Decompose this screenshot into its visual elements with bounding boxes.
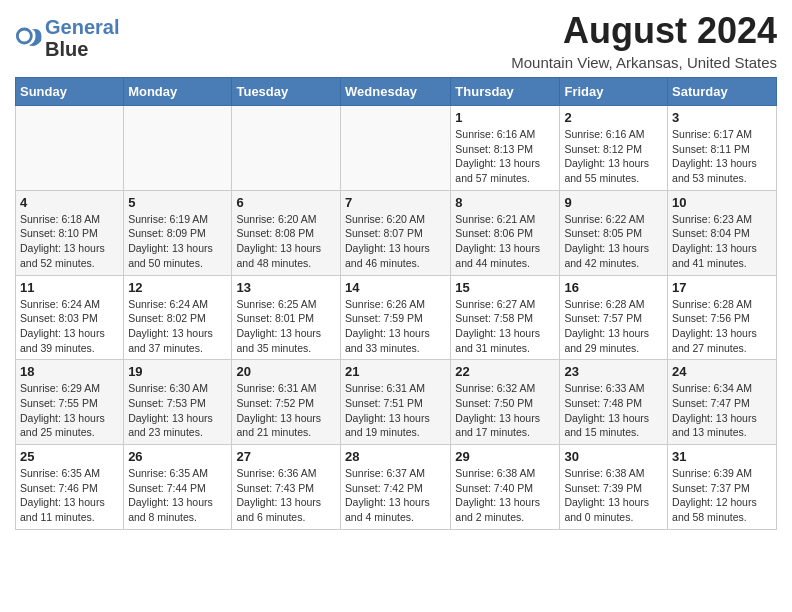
day-info: Sunrise: 6:25 AM Sunset: 8:01 PM Dayligh… xyxy=(236,297,336,356)
day-info: Sunrise: 6:35 AM Sunset: 7:46 PM Dayligh… xyxy=(20,466,119,525)
calendar-day-cell: 1Sunrise: 6:16 AM Sunset: 8:13 PM Daylig… xyxy=(451,106,560,191)
day-info: Sunrise: 6:21 AM Sunset: 8:06 PM Dayligh… xyxy=(455,212,555,271)
calendar-day-cell: 28Sunrise: 6:37 AM Sunset: 7:42 PM Dayli… xyxy=(341,445,451,530)
day-info: Sunrise: 6:32 AM Sunset: 7:50 PM Dayligh… xyxy=(455,381,555,440)
calendar-day-cell: 24Sunrise: 6:34 AM Sunset: 7:47 PM Dayli… xyxy=(668,360,777,445)
calendar-day-cell: 23Sunrise: 6:33 AM Sunset: 7:48 PM Dayli… xyxy=(560,360,668,445)
calendar-day-cell: 10Sunrise: 6:23 AM Sunset: 8:04 PM Dayli… xyxy=(668,190,777,275)
day-number: 11 xyxy=(20,280,119,295)
day-number: 27 xyxy=(236,449,336,464)
calendar-day-cell: 9Sunrise: 6:22 AM Sunset: 8:05 PM Daylig… xyxy=(560,190,668,275)
weekday-header-row: SundayMondayTuesdayWednesdayThursdayFrid… xyxy=(16,78,777,106)
day-number: 12 xyxy=(128,280,227,295)
calendar-day-cell: 22Sunrise: 6:32 AM Sunset: 7:50 PM Dayli… xyxy=(451,360,560,445)
calendar-day-cell xyxy=(341,106,451,191)
day-info: Sunrise: 6:19 AM Sunset: 8:09 PM Dayligh… xyxy=(128,212,227,271)
calendar-body: 1Sunrise: 6:16 AM Sunset: 8:13 PM Daylig… xyxy=(16,106,777,530)
logo-icon xyxy=(15,22,43,50)
day-number: 13 xyxy=(236,280,336,295)
weekday-header-cell: Friday xyxy=(560,78,668,106)
day-info: Sunrise: 6:29 AM Sunset: 7:55 PM Dayligh… xyxy=(20,381,119,440)
title-area: August 2024 Mountain View, Arkansas, Uni… xyxy=(511,10,777,71)
calendar-day-cell: 6Sunrise: 6:20 AM Sunset: 8:08 PM Daylig… xyxy=(232,190,341,275)
calendar-day-cell xyxy=(232,106,341,191)
calendar-day-cell: 30Sunrise: 6:38 AM Sunset: 7:39 PM Dayli… xyxy=(560,445,668,530)
calendar-day-cell: 12Sunrise: 6:24 AM Sunset: 8:02 PM Dayli… xyxy=(124,275,232,360)
day-number: 30 xyxy=(564,449,663,464)
calendar-day-cell: 11Sunrise: 6:24 AM Sunset: 8:03 PM Dayli… xyxy=(16,275,124,360)
day-info: Sunrise: 6:26 AM Sunset: 7:59 PM Dayligh… xyxy=(345,297,446,356)
day-info: Sunrise: 6:30 AM Sunset: 7:53 PM Dayligh… xyxy=(128,381,227,440)
day-info: Sunrise: 6:28 AM Sunset: 7:57 PM Dayligh… xyxy=(564,297,663,356)
day-number: 3 xyxy=(672,110,772,125)
day-number: 29 xyxy=(455,449,555,464)
day-info: Sunrise: 6:38 AM Sunset: 7:40 PM Dayligh… xyxy=(455,466,555,525)
calendar-day-cell: 7Sunrise: 6:20 AM Sunset: 8:07 PM Daylig… xyxy=(341,190,451,275)
logo: General Blue xyxy=(15,16,119,60)
day-info: Sunrise: 6:31 AM Sunset: 7:52 PM Dayligh… xyxy=(236,381,336,440)
calendar-day-cell: 29Sunrise: 6:38 AM Sunset: 7:40 PM Dayli… xyxy=(451,445,560,530)
day-number: 21 xyxy=(345,364,446,379)
calendar-day-cell: 17Sunrise: 6:28 AM Sunset: 7:56 PM Dayli… xyxy=(668,275,777,360)
calendar-day-cell: 25Sunrise: 6:35 AM Sunset: 7:46 PM Dayli… xyxy=(16,445,124,530)
day-info: Sunrise: 6:24 AM Sunset: 8:03 PM Dayligh… xyxy=(20,297,119,356)
weekday-header-cell: Sunday xyxy=(16,78,124,106)
day-info: Sunrise: 6:37 AM Sunset: 7:42 PM Dayligh… xyxy=(345,466,446,525)
day-number: 26 xyxy=(128,449,227,464)
day-number: 18 xyxy=(20,364,119,379)
day-info: Sunrise: 6:28 AM Sunset: 7:56 PM Dayligh… xyxy=(672,297,772,356)
day-info: Sunrise: 6:22 AM Sunset: 8:05 PM Dayligh… xyxy=(564,212,663,271)
day-number: 25 xyxy=(20,449,119,464)
day-info: Sunrise: 6:31 AM Sunset: 7:51 PM Dayligh… xyxy=(345,381,446,440)
calendar-day-cell: 27Sunrise: 6:36 AM Sunset: 7:43 PM Dayli… xyxy=(232,445,341,530)
calendar-day-cell: 8Sunrise: 6:21 AM Sunset: 8:06 PM Daylig… xyxy=(451,190,560,275)
calendar-day-cell: 4Sunrise: 6:18 AM Sunset: 8:10 PM Daylig… xyxy=(16,190,124,275)
month-year: August 2024 xyxy=(511,10,777,52)
calendar-day-cell: 5Sunrise: 6:19 AM Sunset: 8:09 PM Daylig… xyxy=(124,190,232,275)
day-info: Sunrise: 6:16 AM Sunset: 8:13 PM Dayligh… xyxy=(455,127,555,186)
calendar-day-cell: 3Sunrise: 6:17 AM Sunset: 8:11 PM Daylig… xyxy=(668,106,777,191)
calendar-day-cell xyxy=(16,106,124,191)
day-number: 5 xyxy=(128,195,227,210)
day-number: 8 xyxy=(455,195,555,210)
calendar-table: SundayMondayTuesdayWednesdayThursdayFrid… xyxy=(15,77,777,530)
calendar-week-row: 25Sunrise: 6:35 AM Sunset: 7:46 PM Dayli… xyxy=(16,445,777,530)
calendar-week-row: 18Sunrise: 6:29 AM Sunset: 7:55 PM Dayli… xyxy=(16,360,777,445)
header: General Blue August 2024 Mountain View, … xyxy=(15,10,777,71)
day-number: 17 xyxy=(672,280,772,295)
day-number: 7 xyxy=(345,195,446,210)
svg-point-1 xyxy=(19,30,30,41)
calendar-day-cell: 18Sunrise: 6:29 AM Sunset: 7:55 PM Dayli… xyxy=(16,360,124,445)
day-number: 19 xyxy=(128,364,227,379)
calendar-day-cell: 16Sunrise: 6:28 AM Sunset: 7:57 PM Dayli… xyxy=(560,275,668,360)
day-number: 22 xyxy=(455,364,555,379)
weekday-header-cell: Wednesday xyxy=(341,78,451,106)
day-number: 1 xyxy=(455,110,555,125)
calendar-week-row: 1Sunrise: 6:16 AM Sunset: 8:13 PM Daylig… xyxy=(16,106,777,191)
weekday-header-cell: Saturday xyxy=(668,78,777,106)
day-number: 2 xyxy=(564,110,663,125)
day-number: 9 xyxy=(564,195,663,210)
calendar-day-cell: 19Sunrise: 6:30 AM Sunset: 7:53 PM Dayli… xyxy=(124,360,232,445)
calendar-day-cell: 21Sunrise: 6:31 AM Sunset: 7:51 PM Dayli… xyxy=(341,360,451,445)
day-info: Sunrise: 6:33 AM Sunset: 7:48 PM Dayligh… xyxy=(564,381,663,440)
day-number: 24 xyxy=(672,364,772,379)
day-number: 20 xyxy=(236,364,336,379)
calendar-day-cell: 14Sunrise: 6:26 AM Sunset: 7:59 PM Dayli… xyxy=(341,275,451,360)
location: Mountain View, Arkansas, United States xyxy=(511,54,777,71)
day-number: 31 xyxy=(672,449,772,464)
calendar-week-row: 4Sunrise: 6:18 AM Sunset: 8:10 PM Daylig… xyxy=(16,190,777,275)
calendar-day-cell xyxy=(124,106,232,191)
day-info: Sunrise: 6:24 AM Sunset: 8:02 PM Dayligh… xyxy=(128,297,227,356)
day-info: Sunrise: 6:16 AM Sunset: 8:12 PM Dayligh… xyxy=(564,127,663,186)
calendar-day-cell: 13Sunrise: 6:25 AM Sunset: 8:01 PM Dayli… xyxy=(232,275,341,360)
calendar-week-row: 11Sunrise: 6:24 AM Sunset: 8:03 PM Dayli… xyxy=(16,275,777,360)
day-info: Sunrise: 6:34 AM Sunset: 7:47 PM Dayligh… xyxy=(672,381,772,440)
weekday-header-cell: Monday xyxy=(124,78,232,106)
day-info: Sunrise: 6:17 AM Sunset: 8:11 PM Dayligh… xyxy=(672,127,772,186)
calendar-day-cell: 26Sunrise: 6:35 AM Sunset: 7:44 PM Dayli… xyxy=(124,445,232,530)
day-info: Sunrise: 6:35 AM Sunset: 7:44 PM Dayligh… xyxy=(128,466,227,525)
day-info: Sunrise: 6:18 AM Sunset: 8:10 PM Dayligh… xyxy=(20,212,119,271)
weekday-header-cell: Tuesday xyxy=(232,78,341,106)
day-info: Sunrise: 6:20 AM Sunset: 8:07 PM Dayligh… xyxy=(345,212,446,271)
